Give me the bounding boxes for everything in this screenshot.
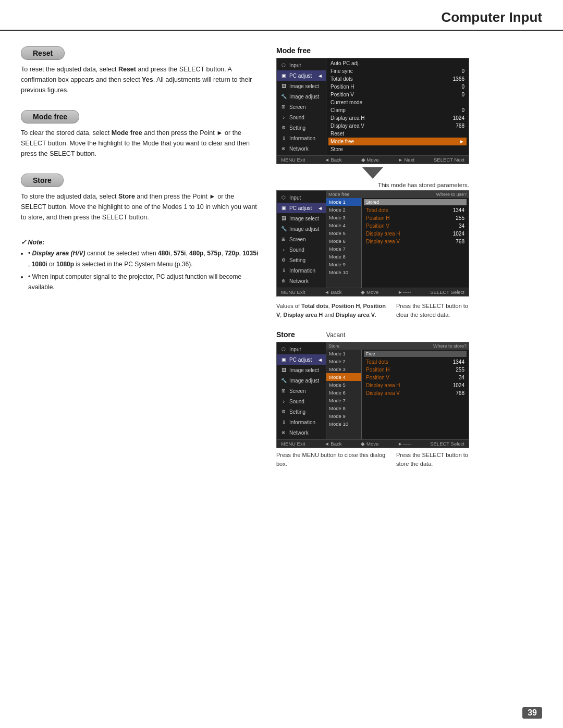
mode-free-text: To clear the stored data, select Mode fr… <box>21 128 261 159</box>
image-adjust-icon: 🔧 <box>280 93 287 100</box>
sidebar-image-adjust: 🔧 Image adjust <box>277 91 326 102</box>
image-select-icon: 🖼 <box>280 82 287 90</box>
mode-item-9: Mode 9 <box>326 261 361 268</box>
mf-caption-left: Values of Total dots, Position H, Positi… <box>276 302 386 319</box>
store-captions: Press the MENU button to close this dial… <box>276 451 469 468</box>
store-panel-title: Store <box>276 330 295 339</box>
store-caption-right: Press the SELECT button to store the dat… <box>396 451 469 468</box>
mode-free-section: Mode free To clear the stored data, sele… <box>21 110 261 159</box>
sidebar-screen: ⊞ Screen <box>277 102 326 112</box>
store-mode-5: Mode 5 <box>326 381 361 389</box>
note-list: • Display area (H/V) cannot be selected … <box>28 248 261 293</box>
store-val-total-dots: Total dots1344 <box>364 358 467 366</box>
store-mode-values-area: Mode 1 Mode 2 Mode 3 Mode 4 Mode 5 Mode … <box>326 350 469 439</box>
val-row-pos-v: Position V34 <box>364 222 467 230</box>
note-item-1: • Display area (H/V) cannot be selected … <box>28 248 261 269</box>
sidebar-network: ⊗ Network <box>277 143 326 154</box>
sidebar2-input: ⬡ Input <box>277 192 326 203</box>
store-label: Store <box>21 174 64 187</box>
pc-adjust-icon-2: ▣ <box>280 204 287 212</box>
proj-sidebar-3: ⬡Input ▣PC adjust◄ 🖼Image select 🔧Image … <box>277 342 326 439</box>
mode-item-2: Mode 2 <box>326 206 361 214</box>
mode-item-8: Mode 8 <box>326 253 361 261</box>
reset-text: To reset the adjusted data, select Reset… <box>21 64 261 95</box>
sidebar2-image-adjust: 🔧Image adjust <box>277 224 326 234</box>
mode-item-6: Mode 6 <box>326 237 361 245</box>
mode-item-4: Mode 4 <box>326 221 361 229</box>
left-column: Reset To reset the adjusted data, select… <box>21 46 261 479</box>
proj-sidebar-1: ⬡ Input ▣ PC adjust ◄ 🖼 Image select <box>277 58 326 155</box>
sidebar-pc-adjust: ▣ PC adjust ◄ <box>277 70 326 81</box>
store-text: To store the adjusted data, select Store… <box>21 191 261 223</box>
sidebar2-sound: ♪Sound <box>277 244 326 255</box>
sound-icon: ♪ <box>280 114 287 121</box>
projector-menu-3: ⬡Input ▣PC adjust◄ 🖼Image select 🔧Image … <box>276 342 469 448</box>
val-row-pos-h: Position H255 <box>364 214 467 222</box>
network-icon: ⊗ <box>280 145 287 152</box>
sidebar3-input: ⬡Input <box>277 344 326 354</box>
pc-adjust-icon: ▣ <box>280 72 287 79</box>
val-row-disp-v: Display area V768 <box>364 238 467 245</box>
sidebar-image-select: 🖼 Image select <box>277 81 326 91</box>
sidebar-information: ℹ Information <box>277 133 326 143</box>
sidebar2-network: ⊗Network <box>277 276 326 286</box>
sidebar3-screen: ⊞Screen <box>277 386 326 396</box>
store-mode-4-selected: Mode 4 <box>326 373 361 381</box>
down-arrow-icon-1 <box>362 167 383 179</box>
proj-sidebar-2: ⬡ Input ▣ PC adjust ◄ 🖼Image select 🔧Ima… <box>277 191 326 288</box>
store-val-disp-h: Display area H1024 <box>364 381 467 389</box>
vacant-label: Vacant <box>326 331 345 339</box>
store-mode-1: Mode 1 <box>326 350 361 357</box>
mode-item-3: Mode 3 <box>326 214 361 221</box>
mf-caption-right: Press the SELECT button to clear the sto… <box>396 302 469 319</box>
mode-free-label: Mode free <box>21 110 79 124</box>
store-mode-10: Mode 10 <box>326 420 361 428</box>
sidebar-sound: ♪ Sound <box>277 112 326 122</box>
sidebar3-information: ℹInformation <box>277 417 326 427</box>
mode-values-area: Mode 1 Mode 2 Mode 3 Mode 4 Mode 5 Mode … <box>326 198 469 288</box>
screen-icon: ⊞ <box>280 103 287 110</box>
store-values: Free Total dots1344 Position H255 Positi… <box>362 350 469 439</box>
row-total-dots: Total dots1366 <box>328 75 467 83</box>
store-mode-7: Mode 7 <box>326 397 361 404</box>
reset-label: Reset <box>21 46 65 60</box>
arrow-down-1 <box>276 167 469 179</box>
modes-list: Mode 1 Mode 2 Mode 3 Mode 4 Mode 5 Mode … <box>326 198 362 288</box>
mode-item-10: Mode 10 <box>326 268 361 276</box>
store-section: Store To store the adjusted data, select… <box>21 174 261 223</box>
proj-footer-3: MENU Exit ◄ Back ◆ Move ►----- SELECT Se… <box>277 439 469 448</box>
store-val-pos-h: Position H255 <box>364 366 467 374</box>
row-reset: Reset <box>328 130 467 138</box>
sidebar3-image-adjust: 🔧Image adjust <box>277 375 326 386</box>
input-icon: ⬡ <box>280 61 287 69</box>
store-val-pos-v: Position V34 <box>364 374 467 381</box>
note-section: ✓ Note: • Display area (H/V) cannot be s… <box>21 237 261 293</box>
sidebar3-pc-adjust: ▣PC adjust◄ <box>277 354 326 365</box>
store-modes-panel: Store Where to store? Mode 1 Mode 2 Mode… <box>326 342 469 439</box>
sidebar3-network: ⊗Network <box>277 427 326 438</box>
right-column: Mode free ⬡ Input ▣ PC adjust ◄ <box>276 46 542 479</box>
sidebar2-setting: ⚙Setting <box>277 255 326 265</box>
store-modes-list: Mode 1 Mode 2 Mode 3 Mode 4 Mode 5 Mode … <box>326 350 362 439</box>
row-clamp: Clamp0 <box>328 106 467 114</box>
val-row-disp-h: Display area H1024 <box>364 230 467 238</box>
row-position-v: Position V0 <box>328 91 467 98</box>
proj-footer-2: MENU Exit ◄ Back ◆ Move ►----- SELECT Se… <box>277 288 469 296</box>
row-mode-free-highlighted: Mode free► <box>328 138 467 145</box>
sidebar3-sound: ♪Sound <box>277 396 326 406</box>
modes-panel: Mode free Where to use? Mode 1 Mode 2 Mo… <box>326 191 469 288</box>
mode-values: Stored Total dots1344 Position H255 Posi… <box>362 198 469 288</box>
row-display-area-v: Display area V768 <box>328 122 467 130</box>
sidebar2-pc-adjust: ▣ PC adjust ◄ <box>277 203 326 213</box>
input-icon-2: ⬡ <box>280 194 287 201</box>
row-store: Store <box>328 145 467 153</box>
store-mode-3: Mode 3 <box>326 365 361 373</box>
note-item-2: • When input computer signal to the proj… <box>28 272 261 293</box>
sidebar2-screen: ⊞Screen <box>277 234 326 244</box>
page-title: Computer Input <box>21 9 542 26</box>
row-fine-sync: Fine sync0 <box>328 67 467 75</box>
information-icon: ℹ <box>280 134 287 142</box>
sidebar2-information: ℹInformation <box>277 265 326 276</box>
note-title: ✓ Note: <box>21 237 261 248</box>
row-display-area-h: Display area H1024 <box>328 114 467 122</box>
